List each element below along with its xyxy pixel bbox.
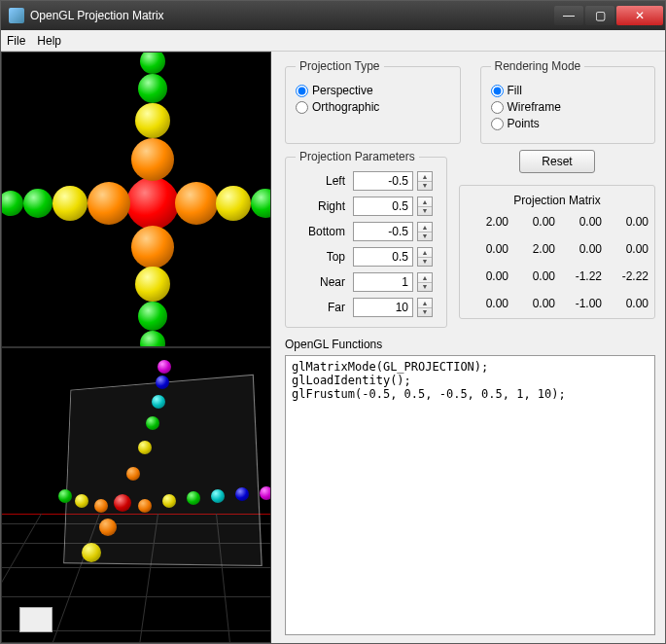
mini-sphere [58,489,72,503]
projection-params-group: Projection Parameters Left ▲▼ Right ▲▼ B… [285,150,447,328]
near-spinner[interactable]: ▲▼ [417,272,433,292]
matrix-cell: 0.00 [512,215,555,229]
matrix-cell: 0.00 [559,215,602,229]
radio-wireframe-label: Wireframe [508,100,561,114]
mini-sphere [260,486,271,500]
matrix-cell: 0.00 [466,297,508,310]
chevron-down-icon: ▼ [418,283,432,292]
radio-points-label: Points [508,117,540,130]
sphere [53,186,88,221]
bottom-label: Bottom [296,225,349,238]
mini-sphere [138,499,152,513]
chevron-up-icon: ▲ [418,223,432,233]
window-controls: — ▢ ✕ [554,6,663,25]
mini-sphere [187,491,200,505]
viewport-scene[interactable] [1,347,271,643]
app-window: OpenGL Projection Matrix — ▢ ✕ File Help [0,0,666,644]
mini-sphere [162,494,176,508]
left-spinner[interactable]: ▲▼ [417,171,433,191]
camera-icon [19,607,53,632]
matrix-cell: 0.00 [606,242,648,256]
window-title: OpenGL Projection Matrix [30,9,554,22]
mini-sphere [152,395,165,409]
viewport-perspective[interactable] [1,52,271,347]
close-button[interactable]: ✕ [616,6,663,25]
sphere [251,189,271,218]
matrix-cell: -2.22 [606,269,648,283]
chevron-down-icon: ▼ [418,182,432,191]
matrix-cell: 0.00 [559,242,602,256]
chevron-up-icon: ▲ [418,248,432,258]
mini-sphere [82,543,101,562]
reset-button[interactable]: Reset [519,150,595,173]
sphere [131,226,174,268]
mini-sphere [114,494,131,512]
radio-orthographic-label: Orthographic [312,100,379,114]
menubar: File Help [1,30,665,52]
radio-fill[interactable] [491,85,504,97]
bottom-input[interactable] [353,222,413,241]
matrix-cell: 0.00 [606,297,648,310]
chevron-up-icon: ▲ [418,172,432,182]
radio-fill-label: Fill [508,84,522,97]
far-spinner[interactable]: ▲▼ [417,298,433,317]
sphere [23,189,53,218]
top-spinner[interactable]: ▲▼ [417,247,433,267]
chevron-down-icon: ▼ [418,233,432,241]
mini-sphere [235,487,249,501]
titlebar: OpenGL Projection Matrix — ▢ ✕ [1,1,665,30]
far-input[interactable] [353,298,413,317]
radio-wireframe[interactable] [491,101,504,114]
matrix-cell: 2.00 [512,242,555,256]
chevron-down-icon: ▼ [418,258,432,267]
matrix-cell: 0.00 [512,297,555,310]
minimize-button[interactable]: — [554,6,583,25]
right-input[interactable] [353,197,413,216]
maximize-button[interactable]: ▢ [585,6,614,25]
mini-sphere [156,376,169,389]
controls-panel: Projection Type Perspective Orthographic… [271,52,665,643]
sphere-center [126,177,179,230]
near-label: Near [296,275,349,289]
sphere [135,103,170,138]
mini-sphere [126,467,140,481]
radio-points[interactable] [491,118,504,130]
functions-label: OpenGL Functions [285,338,655,351]
rendering-mode-legend: Rendering Mode [491,59,585,73]
left-label: Left [296,174,349,188]
viewport-column [1,52,271,643]
top-input[interactable] [353,247,413,267]
matrix-cell: -1.00 [559,297,602,310]
radio-orthographic[interactable] [296,101,308,114]
mini-sphere [138,441,152,454]
radio-perspective[interactable] [296,85,308,97]
matrix-title: Projection Matrix [466,194,648,207]
sphere [140,331,165,347]
chevron-up-icon: ▲ [418,197,432,207]
bottom-spinner[interactable]: ▲▼ [417,222,433,241]
far-label: Far [296,301,349,314]
functions-code[interactable]: glMatrixMode(GL_PROJECTION); glLoadIdent… [285,355,655,635]
sphere [140,52,165,74]
mini-sphere [146,416,159,430]
near-input[interactable] [353,272,413,292]
chevron-up-icon: ▲ [418,299,432,308]
matrix-cell: 2.00 [466,215,508,229]
mini-sphere [94,499,108,513]
matrix-grid: 2.00 0.00 0.00 0.00 0.00 2.00 0.00 0.00 … [466,215,648,310]
menu-file[interactable]: File [7,34,25,48]
mini-sphere [211,489,225,503]
projection-params-legend: Projection Parameters [296,150,419,163]
radio-perspective-label: Perspective [312,84,373,97]
matrix-cell: 0.00 [512,269,555,283]
projection-type-group: Projection Type Perspective Orthographic [285,59,461,144]
top-label: Top [296,250,349,264]
sphere [131,138,174,181]
sphere [88,182,130,225]
menu-help[interactable]: Help [37,34,61,48]
left-input[interactable] [353,171,413,191]
mini-sphere [99,519,117,536]
chevron-down-icon: ▼ [418,207,432,216]
right-spinner[interactable]: ▲▼ [417,197,433,216]
sphere [138,302,167,331]
